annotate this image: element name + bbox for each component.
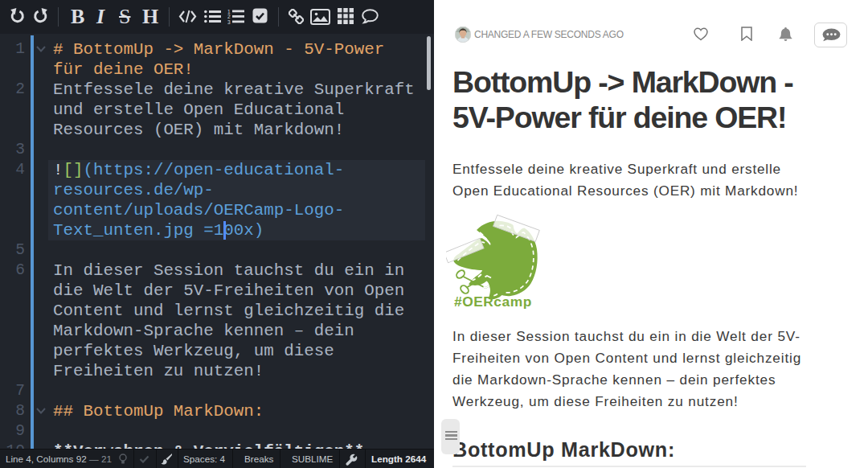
- svg-text:3: 3: [227, 19, 231, 25]
